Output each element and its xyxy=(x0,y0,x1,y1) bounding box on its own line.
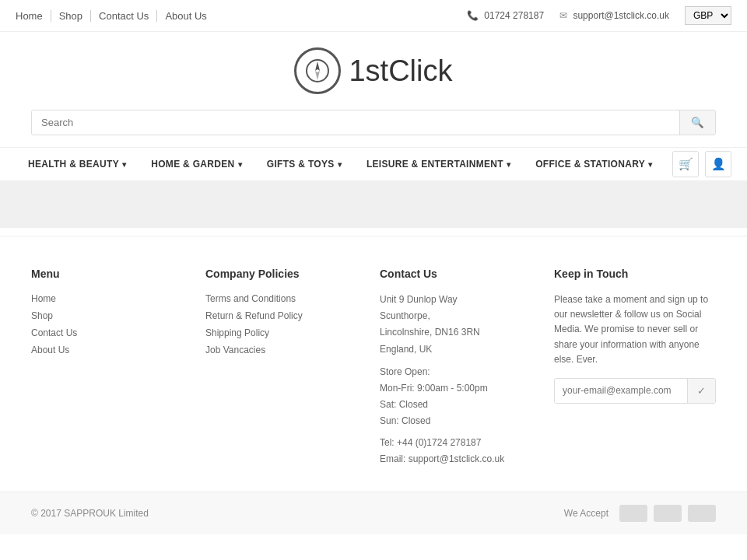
list-item: Contact Us xyxy=(31,327,182,338)
footer-shipping-policy[interactable]: Shipping Policy xyxy=(205,327,269,338)
payment-icon-visa xyxy=(619,505,647,522)
search-input[interactable] xyxy=(32,110,679,135)
footer-grid: Menu Home Shop Contact Us About Us Compa… xyxy=(31,268,716,468)
search-area: 🔍 xyxy=(0,110,747,147)
hero-banner xyxy=(0,181,747,228)
nav-leisure[interactable]: LEISURE & ENTERTAINMENT xyxy=(354,148,523,180)
address-line1: Unit 9 Dunlop Way xyxy=(380,292,531,307)
svg-marker-2 xyxy=(315,71,320,80)
nav-home[interactable]: Home xyxy=(16,10,51,22)
main-navigation: HEALTH & BEAUTY HOME & GARDEN GIFTS & TO… xyxy=(0,147,747,181)
footer: Menu Home Shop Contact Us About Us Compa… xyxy=(0,236,747,492)
store-open-label: Store Open: xyxy=(380,365,531,380)
list-item: Shop xyxy=(31,310,182,321)
address-line2: Scunthorpe, xyxy=(380,309,531,324)
copyright-text: © 2017 SAPPROUK Limited xyxy=(31,508,149,519)
phone-icon: 📞 xyxy=(467,10,479,21)
footer-bottom: © 2017 SAPPROUK Limited We Accept xyxy=(0,492,747,534)
nav-gifts-toys[interactable]: GIFTS & TOYS xyxy=(254,148,354,180)
contact-tel: Tel: +44 (0)1724 278187 xyxy=(380,436,531,450)
newsletter-form: ✓ xyxy=(554,378,716,404)
list-item: Return & Refund Policy xyxy=(205,310,356,321)
footer-return-policy[interactable]: Return & Refund Policy xyxy=(205,310,303,321)
address-line3: Lincolnshire, DN16 3RN xyxy=(380,325,531,340)
footer-contact-section: Contact Us Unit 9 Dunlop Way Scunthorpe,… xyxy=(380,268,531,468)
search-button[interactable]: 🔍 xyxy=(679,110,715,135)
footer-menu-list: Home Shop Contact Us About Us xyxy=(31,292,182,355)
footer-contact-title: Contact Us xyxy=(380,268,531,280)
footer-menu-section: Menu Home Shop Contact Us About Us xyxy=(31,268,182,468)
footer-jobs[interactable]: Job Vancacies xyxy=(205,345,265,355)
footer-policies-title: Company Policies xyxy=(205,268,356,280)
store-mon-fri: Mon-Fri: 9:00am - 5:00pm xyxy=(380,381,531,396)
currency-selector[interactable]: GBP USD EUR xyxy=(685,6,731,25)
phone-number: 01724 278187 xyxy=(484,10,544,21)
account-button[interactable]: 👤 xyxy=(705,151,731,177)
phone-info: 📞 01724 278187 xyxy=(467,10,544,21)
footer-menu-home[interactable]: Home xyxy=(31,293,56,304)
store-hours: Store Open: Mon-Fri: 9:00am - 5:00pm Sat… xyxy=(380,365,531,429)
footer-newsletter-title: Keep in Touch xyxy=(554,268,716,280)
newsletter-email-input[interactable] xyxy=(555,379,687,403)
footer-policies-list: Terms and Conditions Return & Refund Pol… xyxy=(205,292,356,355)
footer-menu-title: Menu xyxy=(31,268,182,280)
top-contact-info: 📞 01724 278187 ✉ support@1stclick.co.uk … xyxy=(467,6,731,25)
email-icon: ✉ xyxy=(559,10,567,21)
logo-circle xyxy=(294,47,341,94)
search-bar: 🔍 xyxy=(31,110,716,135)
store-sun: Sun: Closed xyxy=(380,414,531,429)
top-bar: Home Shop Contact Us About Us 📞 01724 27… xyxy=(0,0,747,32)
logo-area: 1stClick xyxy=(0,32,747,110)
nav-health-beauty[interactable]: HEALTH & BEAUTY xyxy=(16,148,139,180)
nav-contact[interactable]: Contact Us xyxy=(91,10,157,22)
footer-menu-shop[interactable]: Shop xyxy=(31,310,53,321)
nav-icons: 🛒 👤 xyxy=(672,151,731,177)
nav-about[interactable]: About Us xyxy=(157,10,214,22)
logo-text: 1stClick xyxy=(349,54,452,88)
email-address: support@1stclick.co.uk xyxy=(573,10,669,21)
top-navigation: Home Shop Contact Us About Us xyxy=(16,10,215,22)
footer-menu-contact[interactable]: Contact Us xyxy=(31,327,77,338)
footer-newsletter-section: Keep in Touch Please take a moment and s… xyxy=(554,268,716,468)
logo[interactable]: 1stClick xyxy=(294,47,452,94)
newsletter-submit-button[interactable]: ✓ xyxy=(687,379,715,403)
footer-policies-section: Company Policies Terms and Conditions Re… xyxy=(205,268,356,468)
nav-items: HEALTH & BEAUTY HOME & GARDEN GIFTS & TO… xyxy=(16,148,672,180)
list-item: Home xyxy=(31,292,182,304)
we-accept-label: We Accept xyxy=(564,508,608,519)
payment-icon-mastercard xyxy=(654,505,682,522)
email-info: ✉ support@1stclick.co.uk xyxy=(559,10,669,21)
address-line4: England, UK xyxy=(380,342,531,357)
footer-menu-about[interactable]: About Us xyxy=(31,345,69,355)
svg-marker-1 xyxy=(315,61,320,71)
list-item: About Us xyxy=(31,344,182,355)
list-item: Terms and Conditions xyxy=(205,292,356,304)
newsletter-description: Please take a moment and sign up to our … xyxy=(554,292,716,367)
list-item: Job Vancacies xyxy=(205,344,356,355)
nav-shop[interactable]: Shop xyxy=(51,10,91,22)
payment-section: We Accept xyxy=(564,505,716,522)
nav-office[interactable]: OFFICE & STATIONARY xyxy=(523,148,665,180)
nav-home-garden[interactable]: HOME & GARDEN xyxy=(139,148,254,180)
payment-icon-paypal xyxy=(688,505,716,522)
footer-terms[interactable]: Terms and Conditions xyxy=(205,293,296,304)
cart-button[interactable]: 🛒 xyxy=(672,151,699,177)
list-item: Shipping Policy xyxy=(205,327,356,338)
store-sat: Sat: Closed xyxy=(380,397,531,412)
contact-email: Email: support@1stclick.co.uk xyxy=(380,452,531,467)
compass-icon xyxy=(304,58,331,84)
